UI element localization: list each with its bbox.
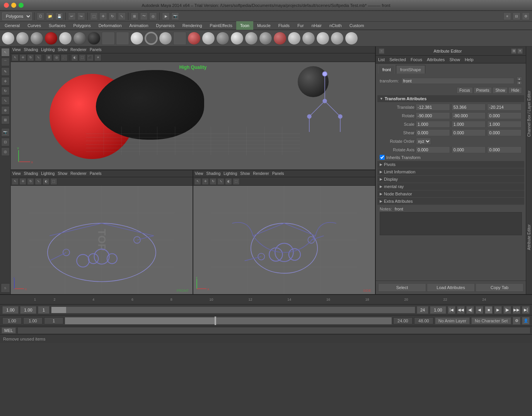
lasso-tool-icon[interactable]: ⌒ [1,58,10,66]
channel-box-icon[interactable]: ≡ [503,12,511,20]
vp-br-icon3[interactable]: ↻ [210,178,217,185]
camera-icon[interactable]: 📷 [1,128,10,137]
main-viewport[interactable]: View Shading Lighting Show Renderer Pane… [11,46,375,170]
scale-z-input[interactable] [487,121,522,128]
vp-br-renderer[interactable]: Renderer [253,171,269,176]
vp-bl-shading[interactable]: Shading [24,171,38,176]
scale-tool-icon[interactable]: ⤡ [1,96,10,105]
menu-ncloth[interactable]: nCloth [326,21,346,30]
no-char-set-display[interactable]: No Character Set [471,317,511,324]
shelf-sphere12[interactable] [216,32,229,45]
ae-menu-list[interactable]: List [378,57,385,62]
vp-scale-icon[interactable]: ⤡ [35,54,42,61]
rotate-icon[interactable]: ↻ [109,12,116,20]
vp-br-show[interactable]: Show [240,171,250,176]
rotate-axis-y-input[interactable] [452,146,486,153]
arrow-down-icon[interactable]: ▼ [517,81,522,85]
vp-bl-canvas[interactable]: TOP [11,186,193,294]
vp-snap-icon[interactable]: ◎ [53,54,60,61]
shelf-sphere13[interactable] [230,32,244,45]
undo-icon[interactable]: ↩ [68,12,76,20]
frame-display[interactable]: 1 [44,317,63,324]
shelf-sphere4[interactable] [44,32,58,45]
shelf-sphere11[interactable] [202,32,215,45]
playback-end-display[interactable]: 1.00 [23,317,43,324]
range-bar[interactable] [65,317,392,324]
vp-menu-show[interactable]: Show [58,48,67,52]
vp-menu-renderer[interactable]: Renderer [70,48,87,52]
shelf-sphere21[interactable] [345,32,358,45]
universal-tool-icon[interactable]: ⊕ [1,106,10,115]
file-save-icon[interactable]: 💾 [55,12,63,20]
snap-curve-icon[interactable]: 〜 [140,12,148,20]
mode-dropdown[interactable]: Polygons [2,12,32,20]
move-icon[interactable]: ✛ [99,12,107,20]
shelf-sphere10[interactable] [188,32,201,45]
current-frame-input[interactable] [38,306,49,314]
focus-button[interactable]: Focus [457,87,472,94]
mental-ray-section[interactable]: ▶ mental ray [377,183,524,190]
snap-icon[interactable]: ◎ [1,147,10,156]
vp-bl-panels[interactable]: Panels [90,171,102,176]
attr-editor-icon[interactable]: ⊟ [513,12,520,20]
vp-bl-icon2[interactable]: ✛ [19,178,26,185]
vp-menu-lighting[interactable]: Lighting [41,48,55,52]
vp-bl-show[interactable]: Show [58,171,67,176]
menu-dynamics[interactable]: Dynamics [152,21,179,30]
menu-curves[interactable]: Curves [24,21,45,30]
vp-move-icon[interactable]: ✛ [19,54,26,61]
playback-start-display[interactable]: 1.00 [2,317,22,324]
scale-y-input[interactable] [452,121,486,128]
pivots-section[interactable]: ▶ Pivots [377,161,524,168]
show-button[interactable]: Show [493,87,508,94]
shelf-sphere5[interactable] [59,32,72,45]
scale-x-input[interactable] [416,121,450,128]
range-end-input[interactable] [417,306,428,314]
menu-nhair[interactable]: nHair [308,21,326,30]
scale-icon[interactable]: ⤡ [118,12,126,20]
snap-point-icon[interactable]: ◎ [149,12,157,20]
ae-float-icon[interactable]: ⊞ [511,48,517,54]
play-fwd-icon[interactable]: ▶ [494,306,502,314]
shelf-sphere20[interactable] [331,32,344,45]
ipr-icon[interactable]: 📷 [171,12,179,20]
vp-menu-panels[interactable]: Panels [90,48,102,52]
shelf-sphere8[interactable] [130,32,143,45]
shear-y-input[interactable] [452,129,486,136]
next-key-icon[interactable]: |▶ [503,306,511,314]
vp-bl-renderer[interactable]: Renderer [70,171,87,176]
limit-info-section[interactable]: ▶ Limit Information [377,168,524,175]
translate-x-input[interactable] [416,104,450,111]
menu-toon[interactable]: Toon [236,21,253,30]
presets-button[interactable]: Presets [474,87,492,94]
command-input[interactable] [17,327,530,334]
shelf-sphere1[interactable] [2,32,15,45]
vp-br-icon1[interactable]: ↖ [194,178,201,185]
step-back-icon[interactable]: ◀◀ [457,306,465,314]
node-behavior-section[interactable]: ▶ Node Behavior [377,190,524,197]
vp-cam-icon[interactable]: 🎥 [61,54,68,61]
vp-br-lighting[interactable]: Lighting [223,171,237,176]
range-end-handle[interactable] [215,317,216,325]
menu-polygons[interactable]: Polygons [69,21,94,30]
menu-surfaces[interactable]: Surfaces [45,21,69,30]
vp-bl-wire-icon[interactable]: ⬚ [50,178,57,185]
mel-label[interactable]: MEL [2,327,16,334]
rotate-z-input[interactable] [487,112,522,119]
transform-section-header[interactable]: ▼ Transform Attributes [377,95,524,102]
shelf-sphere9[interactable] [159,32,172,45]
rotate-axis-x-input[interactable] [416,146,450,153]
fps-input[interactable] [430,306,446,314]
vp-texture-icon[interactable]: ⬛ [87,54,94,61]
ae-menu-selected[interactable]: Selected [389,57,406,62]
shear-x-input[interactable] [416,129,450,136]
vp-br-canvas[interactable]: X Y SIDE [193,186,375,294]
notes-textarea[interactable] [380,212,522,235]
vp-br-shading[interactable]: Shading [206,171,221,176]
shelf-sphere19[interactable] [316,32,329,45]
viewport-side-view[interactable]: View Shading Lighting Show Renderer Pane… [193,170,375,294]
window-controls[interactable] [4,3,24,8]
translate-y-input[interactable] [452,104,486,111]
inherits-transform-checkbox[interactable] [380,155,385,160]
anim-end1-display[interactable]: 24.00 [393,317,413,324]
